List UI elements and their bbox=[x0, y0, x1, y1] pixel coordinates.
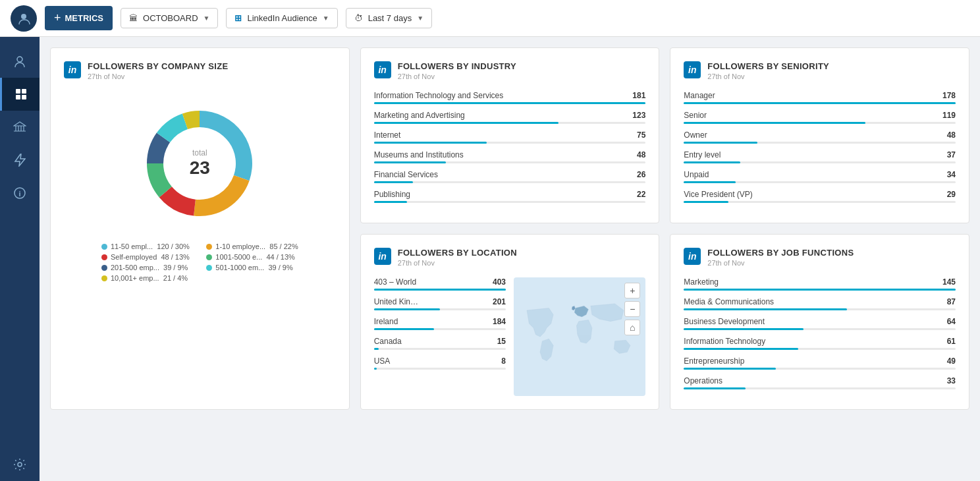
bar-row: Information Technology 61 bbox=[684, 337, 956, 350]
linkedin-label: LinkedIn Audience bbox=[247, 13, 317, 23]
bar-track bbox=[374, 102, 646, 104]
clock-icon: ⏱ bbox=[354, 13, 363, 23]
legend-item: 501-1000 em... 39 / 9% bbox=[206, 264, 298, 271]
industry-subtitle: 27th of Nov bbox=[398, 72, 516, 80]
bar-fill bbox=[684, 368, 775, 370]
seniority-title: FOLLOWERS BY SENIORITY bbox=[707, 61, 829, 71]
legend-label: 201-500 emp... 39 / 9% bbox=[111, 264, 188, 271]
sidebar-item-dashboard[interactable] bbox=[0, 78, 40, 111]
legend-item: 10,001+ emp... 21 / 4% bbox=[101, 274, 193, 282]
map-zoom-in[interactable]: + bbox=[624, 283, 640, 298]
chevron-down-icon-2: ▼ bbox=[323, 14, 329, 22]
seniority-bars: Manager 178 Senior 119 Owner 48 bbox=[684, 91, 956, 203]
bar-label: Vice President (VP) bbox=[684, 190, 753, 199]
bar-fill bbox=[684, 328, 803, 330]
bar-label: Financial Services bbox=[374, 170, 438, 179]
chevron-down-icon-3: ▼ bbox=[417, 14, 423, 22]
bar-label: Entry level bbox=[684, 150, 721, 159]
bar-row: Manager 178 bbox=[684, 91, 956, 104]
logo bbox=[11, 5, 37, 32]
bar-track bbox=[374, 161, 646, 163]
bar-row: Entrepreneurship 49 bbox=[684, 356, 956, 370]
linkedin-icon-companysize: in bbox=[64, 61, 81, 78]
legend-item: 1-10 employe... 85 / 22% bbox=[206, 242, 298, 250]
legend-dot bbox=[206, 244, 212, 250]
bar-fill bbox=[684, 289, 956, 291]
seniority-card: in FOLLOWERS BY SENIORITY 27th of Nov Ma… bbox=[670, 47, 969, 223]
bar-fill bbox=[374, 142, 487, 144]
octoboard-dropdown[interactable]: 🏛 OCTOBOARD ▼ bbox=[121, 8, 218, 28]
legend-dot bbox=[101, 254, 107, 260]
donut-total-label: total bbox=[190, 148, 210, 157]
location-row: United Kin… 201 bbox=[374, 297, 506, 310]
bar-fill bbox=[684, 348, 798, 350]
bar-track bbox=[684, 142, 956, 144]
bar-fill bbox=[374, 201, 407, 203]
bar-label: Manager bbox=[684, 91, 715, 100]
location-row: 403 – World 403 bbox=[374, 277, 506, 291]
svg-text:i: i bbox=[18, 190, 20, 198]
sidebar-item-user[interactable] bbox=[0, 45, 40, 78]
main-content: in FOLLOWERS BY INDUSTRY 27th of Nov Inf… bbox=[40, 37, 980, 420]
bar-value: 29 bbox=[947, 190, 956, 199]
bar-label: Information Technology and Services bbox=[374, 91, 504, 100]
bar-track bbox=[684, 348, 956, 350]
companysize-title: FOLLOWERS BY COMPANY SIZE bbox=[88, 61, 228, 71]
building-icon: 🏛 bbox=[129, 13, 138, 23]
bar-value: 37 bbox=[947, 150, 956, 159]
map-home[interactable]: ⌂ bbox=[624, 320, 640, 335]
location-grid: 403 – World 403 United Kin… 201 Ireland … bbox=[374, 277, 646, 396]
bar-label: Information Technology bbox=[684, 337, 765, 346]
sidebar: i bbox=[0, 37, 40, 420]
location-card-header: in FOLLOWERS BY LOCATION 27th of Nov bbox=[374, 248, 646, 267]
location-row: Canada 15 bbox=[374, 337, 506, 350]
jobfunctions-card: in FOLLOWERS BY JOB FUNCTIONS 27th of No… bbox=[670, 234, 969, 410]
bar-row: Unpaid 34 bbox=[684, 170, 956, 183]
bar-value: 26 bbox=[637, 170, 645, 179]
topbar: + METRICS 🏛 OCTOBOARD ▼ ⊞ LinkedIn Audie… bbox=[0, 0, 980, 37]
bar-fill bbox=[374, 161, 446, 163]
map-zoom-out[interactable]: − bbox=[624, 301, 640, 317]
legend-dot bbox=[101, 265, 107, 271]
bar-fill bbox=[684, 308, 847, 310]
bar-fill bbox=[684, 122, 865, 124]
svg-rect-3 bbox=[22, 89, 26, 94]
bar-row: Business Development 64 bbox=[684, 317, 956, 330]
svg-rect-2 bbox=[16, 89, 20, 94]
legend-label: Self-employed 48 / 13% bbox=[111, 253, 190, 261]
bar-track bbox=[374, 201, 646, 203]
map-controls: + − ⌂ bbox=[624, 283, 640, 335]
industry-bars: Information Technology and Services 181 … bbox=[374, 91, 646, 203]
legend-item: 11-50 empl... 120 / 30% bbox=[101, 242, 193, 250]
bar-row: Publishing 22 bbox=[374, 190, 646, 203]
location-label: 403 – World bbox=[374, 277, 416, 287]
bar-row: Entry level 37 bbox=[684, 150, 956, 163]
bar-value: 48 bbox=[637, 150, 645, 159]
legend-dot bbox=[206, 265, 212, 271]
sidebar-item-bank[interactable] bbox=[0, 111, 40, 144]
bar-value: 48 bbox=[947, 130, 956, 140]
bar-label: Internet bbox=[374, 130, 401, 140]
bar-fill bbox=[374, 102, 646, 104]
bar-fill bbox=[684, 181, 736, 183]
location-map: + − ⌂ bbox=[514, 277, 645, 396]
metrics-button[interactable]: + METRICS bbox=[45, 6, 113, 30]
location-value: 403 bbox=[493, 277, 506, 287]
jobfunctions-bars: Marketing 145 Media & Communications 87 … bbox=[684, 277, 956, 389]
companysize-card: in FOLLOWERS BY COMPANY SIZE 27th of Nov… bbox=[50, 47, 350, 410]
sidebar-item-bolt[interactable] bbox=[0, 144, 40, 177]
sidebar-item-info[interactable]: i bbox=[0, 177, 40, 210]
bar-fill bbox=[684, 201, 728, 203]
bar-track bbox=[684, 122, 956, 124]
linkedin-dropdown[interactable]: ⊞ LinkedIn Audience ▼ bbox=[226, 8, 337, 28]
bar-track bbox=[374, 122, 646, 124]
seniority-card-header: in FOLLOWERS BY SENIORITY 27th of Nov bbox=[684, 61, 956, 80]
timerange-dropdown[interactable]: ⏱ Last 7 days ▼ bbox=[346, 8, 432, 28]
bar-track bbox=[684, 308, 956, 310]
bar-label: Unpaid bbox=[684, 170, 709, 179]
location-label: United Kin… bbox=[374, 297, 418, 306]
bar-label: Senior bbox=[684, 111, 707, 120]
donut-segment bbox=[194, 175, 249, 216]
companysize-subtitle: 27th of Nov bbox=[88, 72, 228, 80]
industry-card-header: in FOLLOWERS BY INDUSTRY 27th of Nov bbox=[374, 61, 646, 80]
